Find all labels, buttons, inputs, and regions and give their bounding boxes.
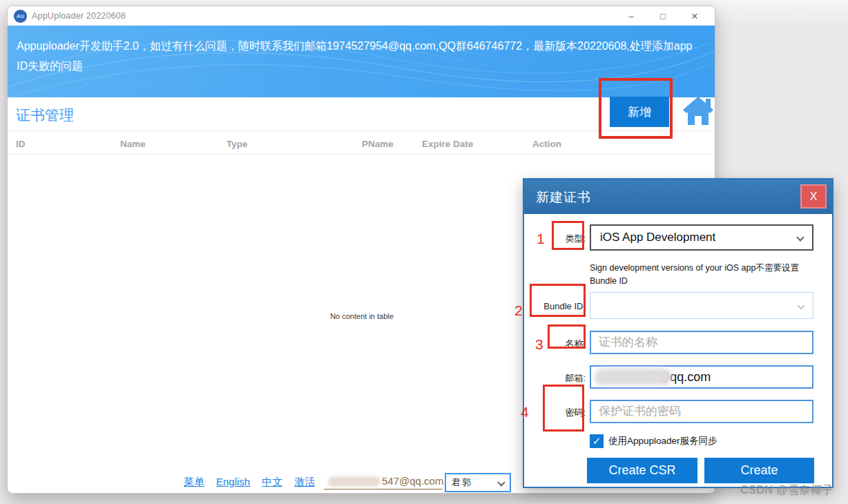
dialog-title: 新建证书: [536, 188, 591, 206]
window-controls: – □ ✕: [615, 6, 711, 26]
chevron-down-icon: [497, 478, 505, 486]
desktop-background: AU AppUploader 20220608 – □ ✕ Appuploade…: [0, 0, 848, 504]
add-certificate-button[interactable]: 新增: [610, 97, 669, 127]
create-button[interactable]: Create: [704, 458, 814, 483]
column-header-action: Action: [532, 139, 561, 149]
column-header-expire-date: Expire Date: [422, 139, 473, 149]
certificate-password-input[interactable]: [590, 400, 813, 423]
chevron-down-icon: [796, 233, 804, 241]
close-button[interactable]: ✕: [679, 6, 711, 26]
divider: [8, 154, 715, 155]
name-label: 名称:: [524, 338, 586, 350]
chevron-down-icon: [797, 302, 804, 309]
account-selector-value: 君郭: [452, 476, 472, 489]
type-label: 类型:: [524, 233, 586, 245]
minimize-button[interactable]: –: [615, 6, 647, 26]
create-csr-button[interactable]: Create CSR: [587, 458, 697, 483]
bundle-id-dropdown[interactable]: [590, 292, 813, 319]
redacted-blur: [595, 369, 672, 385]
menu-link[interactable]: 菜单: [184, 476, 204, 489]
dialog-close-button[interactable]: X: [800, 184, 827, 209]
redacted-blur: [328, 476, 380, 487]
sync-checkbox[interactable]: ✓: [590, 434, 604, 448]
account-selector-dropdown[interactable]: 君郭: [445, 473, 511, 492]
password-label: 密码:: [524, 407, 586, 419]
certificate-type-dropdown[interactable]: iOS App Development: [590, 224, 813, 251]
banner-message: Appuploader开发助手2.0，如过有什么问题，随时联系我们邮箱19745…: [8, 26, 709, 77]
page-title: 证书管理: [16, 106, 74, 125]
divider: [8, 130, 715, 131]
language-chinese-link[interactable]: 中文: [262, 476, 282, 489]
type-help-note: Sign development versions of your iOS ap…: [590, 262, 819, 289]
home-icon: [681, 95, 715, 126]
app-logo-icon: AU: [14, 10, 27, 23]
new-certificate-dialog: 新建证书 X 类型: iOS App Development Sign deve…: [523, 178, 833, 488]
column-header-type: Type: [227, 139, 248, 149]
certificate-table-header: ID Name Type PName Expire Date Action: [8, 136, 715, 154]
sync-checkbox-row: ✓ 使用Appuploader服务同步: [590, 434, 717, 448]
watermark: CSDN @雪奈椰子: [740, 483, 833, 498]
certificate-name-input[interactable]: [590, 331, 813, 354]
column-header-pname: PName: [362, 139, 394, 149]
sync-checkbox-label: 使用Appuploader服务同步: [608, 435, 717, 447]
app-logo-text: AU: [17, 13, 25, 19]
announcement-banner: Appuploader开发助手2.0，如过有什么问题，随时联系我们邮箱19745…: [8, 26, 715, 97]
dialog-header: 新建证书 X: [524, 180, 832, 214]
certificate-type-value: iOS App Development: [600, 231, 715, 244]
bundle-id-label: Bundle ID:: [524, 301, 586, 311]
language-english-link[interactable]: English: [216, 476, 250, 487]
email-label: 邮箱:: [524, 372, 586, 385]
title-bar: AU AppUploader 20220608 – □ ✕: [8, 6, 715, 26]
account-email-link[interactable]: 547@qq.com: [324, 474, 443, 490]
account-email-text: 547@qq.com: [382, 475, 443, 487]
column-header-name: Name: [120, 139, 146, 149]
home-button[interactable]: [681, 95, 715, 126]
column-header-id: ID: [16, 139, 26, 149]
activate-link[interactable]: 激活: [294, 476, 315, 489]
window-title: AppUploader 20220608: [32, 11, 126, 21]
footer-links: 菜单 English 中文 激活: [184, 476, 315, 489]
email-input[interactable]: 547@qq.com: [590, 365, 813, 389]
check-icon: ✓: [592, 435, 601, 447]
maximize-button[interactable]: □: [647, 6, 679, 26]
